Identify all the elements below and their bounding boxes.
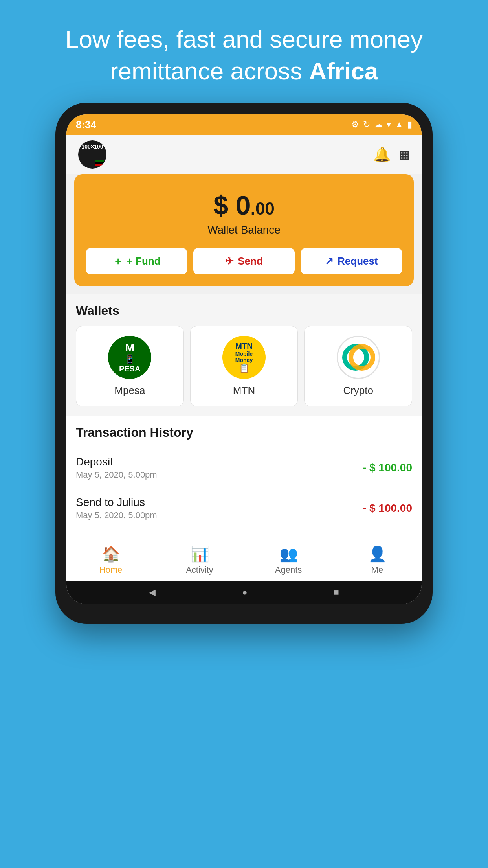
mpesa-logo: M 📱 PESA xyxy=(108,336,151,379)
status-bar: 8:34 ⚙ ↻ ☁ ▾ ▲ ▮ xyxy=(66,114,422,135)
mtn-brand: MTN xyxy=(235,342,252,351)
balance-cents: .00 xyxy=(251,199,275,218)
android-nav-bar: ◀ ● ■ xyxy=(66,581,422,604)
header-actions: 🔔 ▦ xyxy=(373,146,410,163)
balance-amount: $ 0.00 xyxy=(86,190,402,221)
balance-label: Wallet Balance xyxy=(86,224,402,236)
cloud-icon: ☁ xyxy=(374,120,383,130)
tx-amount-0: - $ 100.00 xyxy=(363,462,412,474)
request-label: Request xyxy=(338,255,378,267)
app-header: 100×100 🔔 ▦ xyxy=(66,135,422,174)
nav-activity-label: Activity xyxy=(186,565,213,575)
fund-button[interactable]: ＋ + Fund xyxy=(86,248,187,274)
transaction-item-1[interactable]: Send to Julius May 5, 2020, 5.00pm - $ 1… xyxy=(76,488,412,528)
wallets-section: Wallets M 📱 PESA Mpesa xyxy=(66,294,422,416)
transaction-item-0[interactable]: Deposit May 5, 2020, 5.00pm - $ 100.00 xyxy=(76,448,412,488)
recents-button[interactable]: ■ xyxy=(334,587,339,598)
phone-device: 8:34 ⚙ ↻ ☁ ▾ ▲ ▮ 100×100 🔔 ▦ xyxy=(55,103,433,624)
send-label: Send xyxy=(238,255,263,267)
send-button[interactable]: ✈ Send xyxy=(193,248,294,274)
mtn-label: MTN xyxy=(233,384,255,397)
hero-highlight: Africa xyxy=(309,57,378,85)
hero-line1: Low fees, fast and secure money xyxy=(65,26,423,53)
qr-code-icon[interactable]: ▦ xyxy=(399,148,410,162)
home-icon: 🏠 xyxy=(102,545,120,563)
send-arrow-icon: ✈ xyxy=(225,255,234,267)
mtn-money: Money xyxy=(235,357,253,363)
mtn-icon: 📋 xyxy=(239,363,250,373)
nav-activity[interactable]: 📊 Activity xyxy=(155,538,244,581)
activity-icon: 📊 xyxy=(191,545,209,563)
gear-icon: ⚙ xyxy=(351,120,359,130)
tx-date-0: May 5, 2020, 5.00pm xyxy=(76,470,157,480)
tx-date-1: May 5, 2020, 5.00pm xyxy=(76,510,157,520)
status-time: 8:34 xyxy=(76,119,96,131)
tx-info-1: Send to Julius May 5, 2020, 5.00pm xyxy=(76,496,157,520)
bell-icon[interactable]: 🔔 xyxy=(373,146,391,163)
tx-title-0: Deposit xyxy=(76,456,157,468)
hero-line2: remittance across xyxy=(110,57,309,85)
status-icons: ⚙ ↻ ☁ ▾ ▲ ▮ xyxy=(351,120,412,130)
balance-whole: $ 0 xyxy=(213,190,251,220)
back-button[interactable]: ◀ xyxy=(149,587,156,598)
crypto-logo xyxy=(337,336,380,379)
nav-me-label: Me xyxy=(371,565,383,575)
phone-screen: 8:34 ⚙ ↻ ☁ ▾ ▲ ▮ 100×100 🔔 ▦ xyxy=(66,114,422,604)
nav-agents-label: Agents xyxy=(275,565,302,575)
nav-agents[interactable]: 👥 Agents xyxy=(244,538,333,581)
crypto-label: Crypto xyxy=(343,384,373,397)
bottom-nav: 🏠 Home 📊 Activity 👥 Agents 👤 Me xyxy=(66,538,422,581)
mpesa-pesa-text: PESA xyxy=(119,364,140,373)
hero-banner: Low fees, fast and secure money remittan… xyxy=(34,0,454,103)
agents-icon: 👥 xyxy=(279,545,298,563)
fund-label: + Fund xyxy=(127,255,161,267)
transaction-section: Transaction History Deposit May 5, 2020,… xyxy=(66,416,422,538)
tx-title-1: Send to Julius xyxy=(76,496,157,509)
sync-icon: ↻ xyxy=(363,120,370,130)
request-arrow-icon: ↗ xyxy=(325,255,334,267)
tx-amount-1: - $ 100.00 xyxy=(363,502,412,515)
mpesa-label: Mpesa xyxy=(114,384,145,397)
nav-me[interactable]: 👤 Me xyxy=(333,538,422,581)
avatar[interactable]: 100×100 xyxy=(78,140,106,169)
mtn-logo: MTN Mobile Money 📋 xyxy=(222,336,266,379)
mpesa-m-text: M xyxy=(125,342,134,354)
home-button[interactable]: ● xyxy=(242,587,247,598)
transactions-title: Transaction History xyxy=(76,425,412,440)
wallet-card-mpesa[interactable]: M 📱 PESA Mpesa xyxy=(76,326,184,406)
tx-info-0: Deposit May 5, 2020, 5.00pm xyxy=(76,456,157,480)
nav-home-label: Home xyxy=(99,565,123,575)
wallets-title: Wallets xyxy=(76,303,412,318)
balance-card: $ 0.00 Wallet Balance ＋ + Fund ✈ Send ↗ … xyxy=(74,174,414,286)
signal-icon: ▲ xyxy=(395,120,404,130)
plus-icon: ＋ xyxy=(113,254,123,268)
action-buttons: ＋ + Fund ✈ Send ↗ Request xyxy=(86,248,402,274)
mpesa-phone-icon: 📱 xyxy=(125,354,135,364)
crypto-rings-icon xyxy=(341,340,376,375)
wallet-card-crypto[interactable]: Crypto xyxy=(304,326,412,406)
me-icon: 👤 xyxy=(368,545,387,563)
mtn-mobile: Mobile xyxy=(235,351,253,357)
request-button[interactable]: ↗ Request xyxy=(301,248,402,274)
avatar-text: 100×100 xyxy=(82,143,103,150)
battery-icon: ▮ xyxy=(407,120,412,130)
nav-home[interactable]: 🏠 Home xyxy=(66,538,155,581)
wifi-icon: ▾ xyxy=(387,120,391,130)
wallet-card-mtn[interactable]: MTN Mobile Money 📋 MTN xyxy=(190,326,298,406)
kenya-flag-icon xyxy=(95,160,104,166)
wallet-grid: M 📱 PESA Mpesa MTN Mobile Money xyxy=(76,326,412,406)
